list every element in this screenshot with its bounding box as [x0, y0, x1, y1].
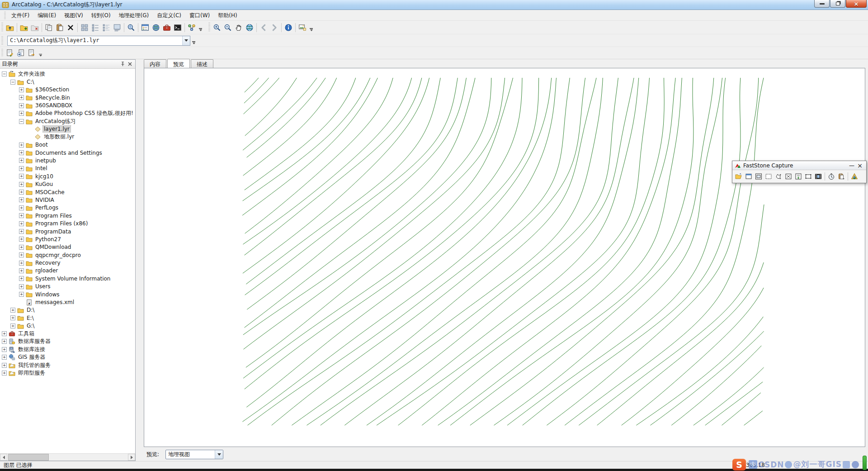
- export-meta-icon[interactable]: [26, 48, 37, 58]
- tree-expander[interactable]: +: [19, 197, 24, 202]
- tree-item-label[interactable]: ProgramData: [34, 228, 72, 235]
- tree-expander[interactable]: +: [19, 103, 24, 108]
- edit-meta-icon[interactable]: [5, 48, 15, 58]
- tree-row[interactable]: +Python27: [0, 235, 135, 243]
- tree-row[interactable]: xmessages.xml: [0, 298, 135, 306]
- tree-item-label[interactable]: Program Files: [34, 213, 73, 219]
- tree-item-label[interactable]: NVIDIA: [34, 197, 55, 203]
- faststone-cap-scroll-icon[interactable]: [793, 171, 803, 182]
- tree-expander[interactable]: +: [10, 315, 15, 320]
- tree-item-label[interactable]: $360Section: [34, 86, 70, 93]
- toolbar-overflow-button[interactable]: [309, 23, 314, 33]
- search-icon[interactable]: [126, 22, 137, 33]
- view-thumbs-icon[interactable]: [112, 22, 123, 33]
- location-combobox[interactable]: C:\ArcCatalog练习\layer1.lyr: [7, 36, 190, 46]
- delete-icon[interactable]: [65, 22, 76, 33]
- tree-item-label[interactable]: Program Files (x86): [34, 220, 89, 227]
- title-bar[interactable]: ArcCatalog - C:\ArcCatalog练习\layer1.lyr …: [0, 0, 868, 10]
- back-icon[interactable]: [258, 22, 269, 33]
- tree-row[interactable]: +QMDownload: [0, 243, 135, 251]
- scroll-right-button[interactable]: [128, 454, 135, 461]
- folder-x-icon[interactable]: [29, 22, 40, 33]
- tree-row[interactable]: +KuGou: [0, 180, 135, 188]
- tree-expander[interactable]: +: [2, 371, 7, 376]
- tree-row[interactable]: +Adobe Photoshop CS5 绿色版,很好用!: [0, 109, 135, 117]
- tree-item-label[interactable]: 数据库服务器: [17, 338, 52, 345]
- tree-item-label[interactable]: 工具箱: [17, 330, 35, 338]
- tree-horizontal-scrollbar[interactable]: [0, 453, 135, 461]
- tree-row[interactable]: layer1.lyr: [0, 125, 135, 133]
- identify-icon[interactable]: [283, 22, 294, 33]
- faststone-minimize-button[interactable]: —: [848, 162, 856, 169]
- tree-expander[interactable]: +: [19, 276, 24, 281]
- tree-row[interactable]: +Users: [0, 283, 135, 290]
- tree-row[interactable]: +System Volume Information: [0, 275, 135, 282]
- tree-expander[interactable]: +: [19, 284, 24, 289]
- tree-item-label[interactable]: Python27: [34, 236, 62, 243]
- tree-expander[interactable]: +: [19, 292, 24, 297]
- tree-row[interactable]: +$Recycle.Bin: [0, 94, 135, 101]
- win-tree-icon[interactable]: [140, 22, 151, 33]
- tree-row[interactable]: +数据库连接: [0, 346, 135, 353]
- faststone-title-bar[interactable]: FastStone Capture — ×: [732, 161, 866, 170]
- tree-item-label[interactable]: inetpub: [34, 157, 57, 164]
- menu-1[interactable]: 文件(F): [7, 10, 33, 21]
- minimize-button[interactable]: [814, 0, 830, 8]
- faststone-recorder-icon[interactable]: [813, 171, 823, 182]
- tree-row[interactable]: +qqpcmgr_docpro: [0, 251, 135, 259]
- tree-expander[interactable]: +: [19, 245, 24, 250]
- console-icon[interactable]: [172, 22, 183, 33]
- tree-expander[interactable]: +: [19, 261, 24, 266]
- tree-item-label[interactable]: $Recycle.Bin: [34, 95, 71, 101]
- faststone-cap-free-icon[interactable]: [774, 171, 783, 182]
- menu-5[interactable]: 地理处理(G): [115, 10, 153, 21]
- tree-row[interactable]: +MSOCache: [0, 188, 135, 196]
- tree-row[interactable]: +GIS 服务器: [0, 353, 135, 361]
- tree-expander[interactable]: +: [19, 268, 24, 273]
- tree-row[interactable]: +kjcg10: [0, 172, 135, 180]
- tree-expander[interactable]: +: [19, 174, 24, 179]
- faststone-capture-window[interactable]: FastStone Capture — ×: [732, 161, 867, 183]
- tree-item-label[interactable]: 我托管的服务: [17, 362, 52, 369]
- zoom-in-icon[interactable]: [212, 22, 222, 33]
- close-button[interactable]: ×: [846, 0, 867, 8]
- geography-toolbar-grip[interactable]: [208, 23, 210, 32]
- preview-view-select[interactable]: 地理视图: [165, 450, 223, 459]
- toolbox-red-icon[interactable]: [161, 22, 172, 33]
- tree-item-label[interactable]: System Volume Information: [34, 276, 111, 282]
- location-dropdown-button[interactable]: [182, 36, 190, 45]
- tree-item-label[interactable]: GIS 服务器: [17, 353, 46, 361]
- tree-expander[interactable]: +: [2, 355, 7, 360]
- tree-row[interactable]: +Boot: [0, 141, 135, 149]
- faststone-cap-rect-icon[interactable]: [764, 171, 774, 182]
- tree-item-label[interactable]: MSOCache: [34, 189, 66, 195]
- pin-icon[interactable]: [119, 61, 126, 67]
- location-overflow-button[interactable]: [191, 36, 196, 46]
- tree-row[interactable]: +E:\: [0, 314, 135, 322]
- tree-item-label[interactable]: 地形数据.lyr: [43, 133, 75, 141]
- tree-item-label[interactable]: 360SANDBOX: [34, 102, 73, 109]
- tree-item-label[interactable]: C:\: [26, 79, 35, 85]
- copy-icon[interactable]: [43, 22, 54, 33]
- full-extent-icon[interactable]: [244, 22, 255, 33]
- tree-expander[interactable]: +: [19, 150, 24, 155]
- tree-row[interactable]: +G:\: [0, 322, 135, 330]
- tree-expander[interactable]: +: [19, 205, 24, 210]
- tree-item-label[interactable]: E:\: [26, 315, 35, 321]
- tab-2[interactable]: 预览: [167, 59, 190, 68]
- toolbar-grip[interactable]: [1, 23, 3, 32]
- tree-expander[interactable]: +: [19, 229, 24, 234]
- tree-item-label[interactable]: Users: [34, 283, 52, 290]
- tree-row[interactable]: +PerfLogs: [0, 204, 135, 212]
- tree-item-label[interactable]: Documents and Settings: [34, 150, 103, 156]
- tree-expander[interactable]: +: [2, 363, 7, 368]
- tree-expander[interactable]: −: [19, 119, 24, 124]
- tree-row[interactable]: +rgloader: [0, 267, 135, 275]
- restore-button[interactable]: [830, 0, 845, 8]
- faststone-timer-icon[interactable]: [826, 171, 836, 182]
- faststone-close-button[interactable]: ×: [856, 162, 864, 169]
- import-meta-icon[interactable]: [15, 48, 26, 58]
- menu-grip[interactable]: [4, 12, 6, 19]
- tree-row[interactable]: +$360Section: [0, 86, 135, 94]
- tree-expander[interactable]: −: [10, 80, 15, 85]
